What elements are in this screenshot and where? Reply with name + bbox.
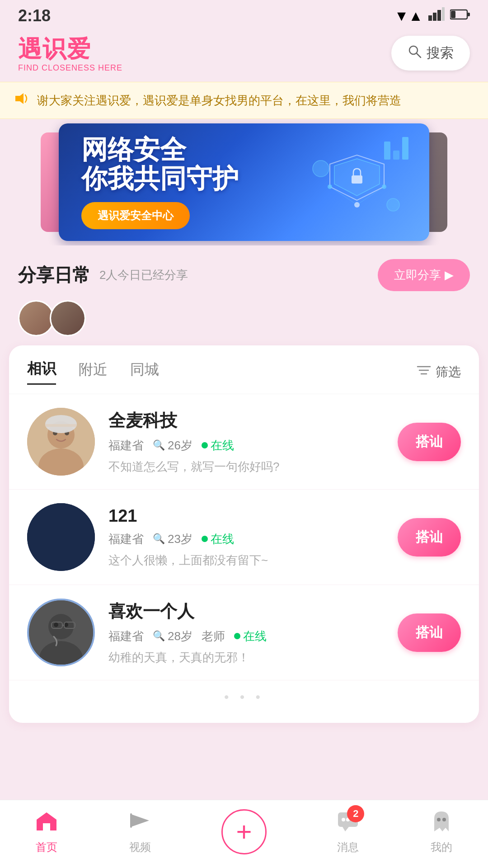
user-avatar-3[interactable]	[27, 599, 95, 666]
tab-fujin[interactable]: 附近	[79, 360, 108, 384]
banner-main[interactable]: 网络安全 你我共同守护 遇识爱安全中心	[59, 123, 429, 241]
speaker-icon	[14, 91, 30, 109]
user-info-3: 喜欢一个人 福建省 🔍 28岁 老师 在线 幼稚的天真，天真的无邪！	[108, 600, 384, 665]
search-button[interactable]: 搜索	[391, 36, 470, 71]
user-bio-1: 不知道怎么写，就写一句你好吗?	[108, 459, 384, 475]
user-tabs: 相识 附近 同城 筛选	[9, 359, 479, 394]
online-dot-3	[234, 633, 240, 639]
banner-carousel[interactable]: 网络安全 你我共同守护 遇识爱安全中心	[0, 119, 488, 245]
home-icon	[35, 810, 58, 836]
user-online-3: 在线	[234, 628, 267, 644]
svg-point-20	[313, 160, 329, 177]
banner-cta[interactable]: 遇识爱安全中心	[81, 202, 190, 229]
battery-icon	[450, 9, 470, 24]
search-small-icon-3: 🔍	[153, 630, 165, 642]
user-online-1: 在线	[202, 438, 234, 453]
share-now-label: 立即分享	[394, 267, 441, 283]
svg-rect-3	[442, 7, 445, 21]
wifi-icon: ▼▲	[394, 8, 423, 24]
user-item-3: 喜欢一个人 福建省 🔍 28岁 老师 在线 幼稚的天真，天真的无邪！ 搭讪	[9, 585, 479, 680]
profile-icon	[430, 810, 453, 836]
search-icon	[408, 44, 422, 62]
filter-label: 筛选	[436, 363, 461, 381]
share-avatar-1	[18, 300, 54, 336]
nav-home[interactable]: 首页	[35, 810, 58, 854]
filter-icon	[417, 364, 431, 380]
connect-button-1[interactable]: 搭讪	[398, 423, 461, 461]
filter-button[interactable]: 筛选	[417, 363, 461, 381]
search-label: 搜索	[427, 44, 454, 62]
bottom-nav: 首页 视频 + 2 消息	[0, 800, 488, 868]
share-count: 2人今日已经分享	[99, 267, 188, 283]
svg-rect-11	[352, 175, 362, 184]
more-indicator: • • •	[9, 680, 479, 709]
add-button[interactable]: +	[221, 809, 267, 854]
connect-button-2[interactable]: 搭讪	[398, 518, 461, 557]
user-meta-2: 福建省 🔍 23岁 在线	[108, 531, 384, 547]
svg-rect-1	[433, 13, 436, 21]
user-meta-1: 福建省 🔍 26岁 在线	[108, 438, 384, 453]
svg-rect-5	[467, 13, 470, 16]
svg-point-48	[442, 818, 446, 821]
svg-point-47	[437, 818, 441, 821]
user-name-2: 121	[108, 506, 384, 526]
tab-tongcheng[interactable]: 同城	[130, 360, 159, 384]
user-info-1: 全麦科技 福建省 🔍 26岁 在线 不知道怎么写，就写一句你好吗?	[108, 409, 384, 475]
svg-point-35	[48, 614, 74, 639]
share-title-group: 分享日常 2人今日已经分享	[18, 263, 188, 288]
signal-icon	[428, 7, 445, 24]
share-section: 分享日常 2人今日已经分享 立即分享 ▶	[0, 245, 488, 345]
logo-subtitle: FIND CLOSENESS HERE	[18, 63, 122, 73]
user-bio-2: 这个人很懒，上面都没有留下~	[108, 552, 384, 568]
announcement-text: 谢大家关注遇识爱，遇识爱是单身女找男的平台，在这里，我们将营造	[37, 93, 401, 108]
status-bar: 2:18 ▼▲	[0, 0, 488, 29]
tab-xiangshi[interactable]: 相识	[27, 359, 56, 385]
nav-video[interactable]: 视频	[128, 810, 152, 854]
svg-point-21	[387, 198, 399, 211]
nav-profile[interactable]: 我的	[430, 810, 453, 854]
user-meta-3: 福建省 🔍 28岁 老师 在线	[108, 628, 384, 644]
home-label: 首页	[36, 840, 57, 854]
user-bio-3: 幼稚的天真，天真的无邪！	[108, 650, 384, 665]
svg-rect-13	[393, 151, 399, 160]
svg-rect-42	[130, 813, 132, 828]
user-job-3: 老师	[202, 628, 225, 644]
user-item-2: 121 福建省 🔍 23岁 在线 这个人很懒，上面都没有留下~ 搭讪	[9, 490, 479, 585]
online-dot-2	[202, 536, 208, 542]
nav-messages[interactable]: 2 消息	[336, 810, 360, 854]
profile-label: 我的	[431, 840, 452, 854]
logo-text: 遇识爱	[18, 33, 91, 65]
svg-rect-12	[384, 142, 390, 160]
svg-point-33	[27, 503, 95, 571]
svg-point-44	[342, 818, 345, 821]
share-avatar-2	[50, 300, 86, 336]
share-avatars	[18, 300, 470, 336]
user-list-card: 相识 附近 同城 筛选	[9, 345, 479, 723]
status-time: 2:18	[18, 6, 51, 25]
search-small-icon-2: 🔍	[153, 533, 165, 545]
svg-line-8	[417, 53, 421, 57]
user-age-1: 🔍 26岁	[153, 438, 192, 453]
user-age-3: 🔍 28岁	[153, 628, 192, 644]
logo-container: 遇识爱 FIND CLOSENESS HERE	[18, 33, 122, 73]
user-avatar-1[interactable]	[27, 408, 95, 476]
user-avatar-2[interactable]	[27, 503, 95, 571]
svg-rect-31	[45, 424, 77, 427]
plus-icon: +	[236, 818, 252, 845]
svg-rect-14	[402, 137, 408, 160]
nav-add[interactable]: +	[221, 809, 267, 854]
user-location-1: 福建省	[108, 438, 144, 453]
user-location-3: 福建省	[108, 628, 144, 644]
user-age-2: 🔍 23岁	[153, 531, 192, 547]
banner-graphic	[294, 128, 420, 229]
share-now-button[interactable]: 立即分享 ▶	[378, 259, 470, 291]
user-online-2: 在线	[202, 531, 234, 547]
svg-point-37	[54, 623, 58, 627]
status-icons: ▼▲	[394, 7, 470, 24]
connect-button-3[interactable]: 搭讪	[398, 613, 461, 652]
video-label: 视频	[129, 840, 151, 854]
header: 遇识爱 FIND CLOSENESS HERE 搜索	[0, 29, 488, 82]
message-badge: 2	[347, 805, 364, 822]
user-name-1: 全麦科技	[108, 409, 384, 432]
share-title: 分享日常	[18, 263, 90, 288]
